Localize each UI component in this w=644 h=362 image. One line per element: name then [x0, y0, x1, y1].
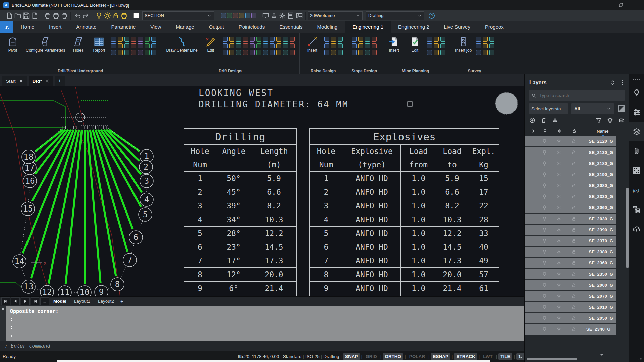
ribbon-small-icon[interactable] — [489, 43, 494, 48]
sliders-icon[interactable] — [629, 103, 644, 122]
ribbon-small-icon[interactable] — [111, 37, 116, 42]
new-document-tab-button[interactable]: + — [55, 76, 65, 86]
layer-on-icon[interactable] — [542, 260, 547, 265]
purge-layer-icon[interactable] — [552, 117, 558, 123]
ribbon-small-icon[interactable] — [250, 37, 255, 42]
layer-lock-icon[interactable] — [571, 194, 576, 199]
command-panel-grip-icon[interactable] — [1, 321, 5, 325]
layer-row[interactable]: SE_2180_G — [525, 158, 616, 169]
sun-icon[interactable] — [104, 12, 111, 19]
ribbon-tab-output[interactable]: Output — [202, 21, 231, 33]
ribbon-small-icon[interactable] — [283, 43, 288, 48]
status-field-drafting[interactable]: Drafting — [323, 354, 339, 359]
status-toggle-tile[interactable]: TILE — [498, 353, 512, 360]
layer-freeze-icon[interactable] — [556, 305, 561, 310]
ribbon-tab-view[interactable]: View — [143, 21, 168, 33]
ribbon-small-icon[interactable] — [151, 43, 156, 48]
layout-nav-first-icon[interactable] — [1, 297, 10, 305]
ribbon-small-icon[interactable] — [223, 43, 228, 48]
application-menu-button[interactable] — [0, 21, 13, 33]
minimize-button[interactable] — [598, 0, 613, 10]
gears-icon[interactable] — [279, 12, 286, 19]
redo-icon[interactable] — [82, 12, 90, 19]
ribbon-tab-manage[interactable]: Manage — [168, 21, 201, 33]
layer-lock-icon[interactable] — [571, 205, 576, 210]
ribbon-small-icon[interactable] — [338, 43, 343, 48]
freeze-column-icon[interactable] — [557, 129, 562, 133]
ribbon-small-icon[interactable] — [290, 43, 295, 48]
layer-row[interactable]: SE_2000_G — [525, 280, 616, 291]
layer-freeze-icon[interactable] — [556, 205, 561, 210]
plot-icon[interactable] — [44, 12, 51, 19]
layer-row[interactable]: SE_2030_G — [525, 214, 616, 225]
ribbon-small-icon[interactable] — [118, 43, 123, 48]
layer-lock-icon[interactable] — [571, 327, 576, 332]
page-setup-icon[interactable] — [52, 12, 60, 19]
layer-row[interactable]: SE_2010_G — [525, 302, 616, 313]
status-coordinates[interactable]: 65.20, 1178.46, 0.00 — [238, 354, 279, 359]
status-field-standard[interactable]: Standard — [283, 354, 302, 359]
ribbon-small-icon[interactable] — [124, 43, 129, 48]
ribbon-small-icon[interactable] — [324, 37, 329, 42]
ribbon-button-configure-parameters[interactable]: Configure Parameters — [25, 35, 66, 53]
ribbon-small-icon[interactable] — [270, 37, 275, 42]
close-tab-icon[interactable] — [45, 79, 49, 83]
layer-row[interactable]: SE_2390_G — [525, 225, 616, 236]
layer-row[interactable]: SE_2190_G — [525, 169, 616, 180]
layer-freeze-icon[interactable] — [556, 283, 561, 288]
new-file-icon[interactable] — [6, 12, 13, 19]
ribbon-small-icon[interactable] — [489, 37, 494, 42]
layer-on-icon[interactable] — [542, 283, 547, 288]
layer-freeze-icon[interactable] — [556, 294, 561, 299]
ribbon-small-icon[interactable] — [483, 50, 488, 55]
layer-lock-icon[interactable] — [571, 272, 576, 277]
ribbon-small-icon[interactable] — [434, 37, 439, 42]
ribbon-small-icon[interactable] — [276, 37, 281, 42]
ribbon-small-icon[interactable] — [131, 43, 136, 48]
ribbon-small-icon[interactable] — [434, 50, 439, 55]
ribbon-button-draw-center-line[interactable]: Draw Center Line — [165, 35, 198, 53]
layer-on-icon[interactable] — [542, 183, 547, 188]
measure-icon[interactable] — [233, 13, 238, 18]
layer-on-icon[interactable] — [542, 316, 547, 321]
layer-row[interactable]: SE_2350_G — [525, 269, 616, 280]
layers-vertical-scrollbar[interactable] — [626, 188, 629, 268]
daylight-bulb-icon[interactable] — [95, 12, 103, 19]
layer-lock-icon[interactable] — [571, 139, 576, 144]
layers-icon[interactable] — [629, 122, 644, 141]
ribbon-small-icon[interactable] — [483, 37, 488, 42]
layer-row[interactable]: SE_2060_G — [525, 202, 616, 214]
ribbon-small-icon[interactable] — [145, 37, 150, 42]
ribbon-small-icon[interactable] — [434, 43, 439, 48]
layer-on-icon[interactable] — [542, 249, 547, 254]
lock-icon[interactable] — [112, 12, 119, 19]
help-icon[interactable]: ? — [428, 12, 435, 19]
ribbon-button-holes[interactable]: Holes — [69, 35, 87, 53]
ribbon-small-icon[interactable] — [331, 43, 336, 48]
ribbon-button-pivot[interactable]: Pivot — [4, 35, 21, 53]
ribbon-small-icon[interactable] — [250, 43, 255, 48]
layer-on-icon[interactable] — [542, 272, 547, 277]
layers-search-input[interactable] — [539, 93, 607, 98]
ribbon-tab-live-survey[interactable]: Live Survey — [437, 21, 478, 33]
ribbon-small-icon[interactable] — [372, 43, 377, 48]
snap-grid-icon[interactable] — [245, 13, 250, 18]
layer-row[interactable]: SE_2360_G — [525, 258, 616, 269]
layer-freeze-icon[interactable] — [556, 249, 561, 254]
layer-on-icon[interactable] — [542, 327, 547, 332]
layer-lock-icon[interactable] — [571, 283, 576, 288]
ribbon-small-icon[interactable] — [331, 37, 336, 42]
ribbon-small-icon[interactable] — [365, 37, 370, 42]
layout-nav-next-icon[interactable] — [21, 297, 30, 305]
layers-search-box[interactable] — [529, 90, 625, 101]
ribbon-small-icon[interactable] — [427, 50, 432, 55]
close-command-panel-icon[interactable] — [1, 307, 5, 311]
ribbon-small-icon[interactable] — [138, 43, 143, 48]
ribbon-small-icon[interactable] — [324, 50, 329, 55]
sheet-grid-icon[interactable] — [629, 161, 644, 180]
structure-tree-icon[interactable] — [629, 200, 644, 219]
ribbon-button-insert-job[interactable]: Insert job — [454, 35, 473, 53]
layer-on-icon[interactable] — [542, 194, 547, 199]
layer-lock-icon[interactable] — [571, 216, 576, 221]
ribbon-small-icon[interactable] — [111, 50, 116, 55]
